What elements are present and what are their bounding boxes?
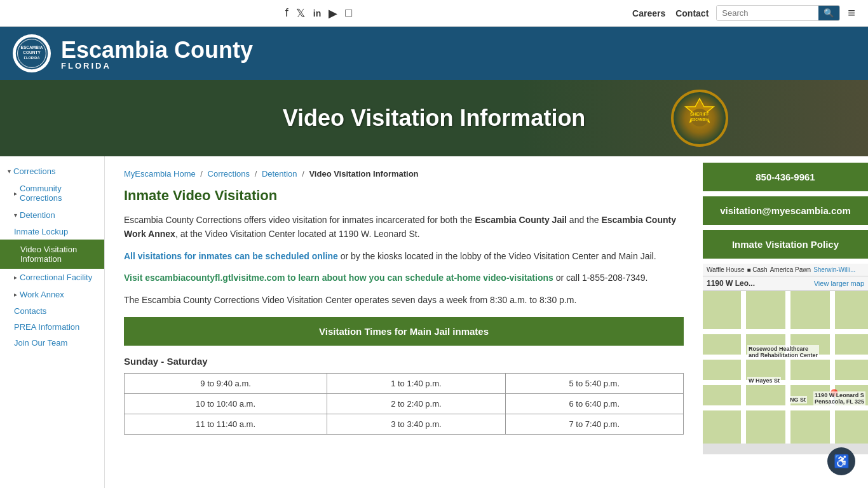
table-cell: 9 to 9:40 a.m. <box>125 373 327 393</box>
content-area: MyEscambia Home / Corrections / Detentio… <box>105 156 703 488</box>
breadcrumb-sep-3: / <box>302 169 306 179</box>
sidebar-item-join-our-team[interactable]: Join Our Team <box>0 335 104 351</box>
sidebar-item-inmate-lockup[interactable]: Inmate Lockup <box>0 224 104 240</box>
map-pin-label: 1190 W Leonard SPensacola, FL 325 <box>813 391 865 405</box>
table-cell: 2 to 2:40 p.m. <box>327 393 505 414</box>
page-title: Inmate Video Visitation <box>124 187 684 204</box>
main-header: ESCAMBIA COUNTY FLORIDA Escambia County … <box>0 27 868 80</box>
schedule-paragraph: All visitations for inmates can be sched… <box>124 249 684 263</box>
sidebar-item-contacts[interactable]: Contacts <box>0 303 104 319</box>
sidebar-item-prea[interactable]: PREA Information <box>0 319 104 335</box>
facebook-icon[interactable]: f <box>285 6 288 20</box>
map-container[interactable]: Waffle House ■ Cash America Pawn Sherwin… <box>703 264 868 454</box>
social-icons: f 𝕏 in ▶ □ <box>285 6 352 20</box>
sidebar-work-annex-label: Work Annex <box>20 290 64 299</box>
breadcrumb-sep-2: / <box>255 169 259 179</box>
top-links: Careers Contact <box>632 8 709 18</box>
contact-link[interactable]: Contact <box>675 8 709 18</box>
para1-start: Escambia County Corrections offers video… <box>124 215 475 225</box>
table-cell: 6 to 6:40 p.m. <box>505 393 683 414</box>
twitter-icon[interactable]: 𝕏 <box>296 6 306 20</box>
breadcrumb-corrections[interactable]: Corrections <box>208 169 250 179</box>
accessibility-button[interactable]: ♿ <box>827 447 855 475</box>
map-label-ng-st: NG St <box>789 396 807 403</box>
nearby-pawn: America Pawn <box>770 266 811 273</box>
youtube-icon[interactable]: ▶ <box>329 6 337 20</box>
sidebar-item-community-corrections[interactable]: ▸ Community Corrections <box>0 180 104 207</box>
table-cell: 10 to 10:40 a.m. <box>125 393 327 414</box>
sidebar-item-detention[interactable]: ▾ Detention <box>0 207 104 224</box>
email-button[interactable]: visitation@myescambia.com <box>703 196 868 225</box>
para1-end: , at the Video Visitation Center located… <box>175 229 420 239</box>
map-label-hayes: W Hayes St <box>747 377 781 384</box>
svg-text:ESCAMBIA: ESCAMBIA <box>691 118 709 121</box>
visitation-times-button[interactable]: Visitation Times for Main Jail inmates <box>124 317 684 346</box>
breadcrumb: MyEscambia Home / Corrections / Detentio… <box>124 169 684 179</box>
visit-site-link[interactable]: Visit escambiacountyfl.gtlvisitme.com to… <box>124 273 553 283</box>
map-label-healthcare: Rosewood Healthcareand Rehabilitation Ce… <box>747 345 819 359</box>
hero-banner: Video Visitation Information SHERIFF ESC… <box>0 80 868 156</box>
correctional-facility-arrow: ▸ <box>14 274 17 281</box>
badge-content: SHERIFF ESCAMBIA <box>677 95 722 141</box>
sidebar-community-corrections-label: Community Corrections <box>20 184 97 203</box>
table-row: 10 to 10:40 a.m.2 to 2:40 p.m.6 to 6:40 … <box>125 393 684 414</box>
svg-text:FLORIDA: FLORIDA <box>24 56 40 60</box>
right-sidebar: 850-436-9961 visitation@myescambia.com I… <box>703 156 868 488</box>
sidebar-item-work-annex[interactable]: ▸ Work Annex <box>0 286 104 303</box>
sidebar-detention-label: Detention <box>20 210 55 220</box>
linkedin-icon[interactable]: in <box>313 8 321 18</box>
map-road-v3 <box>830 291 835 444</box>
sidebar-video-visitation-label: Video Visitation Information <box>20 245 97 264</box>
map-top-bar: Waffle House ■ Cash America Pawn Sherwin… <box>703 264 868 276</box>
table-row: 9 to 9:40 a.m.1 to 1:40 p.m.5 to 5:40 p.… <box>125 373 684 393</box>
breadcrumb-detention[interactable]: Detention <box>262 169 297 179</box>
map-image[interactable]: Rosewood Healthcareand Rehabilitation Ce… <box>703 291 868 444</box>
table-cell: 5 to 5:40 p.m. <box>505 373 683 393</box>
table-cell: 11 to 11:40 a.m. <box>125 414 327 434</box>
svg-text:SHERIFF: SHERIFF <box>690 112 710 116</box>
detention-arrow: ▾ <box>14 212 17 219</box>
search-bar[interactable]: 🔍 <box>716 5 840 21</box>
sidebar-item-correctional-facility[interactable]: ▸ Correctional Facility <box>0 269 104 286</box>
sidebar-item-video-visitation[interactable]: Video Visitation Information <box>0 240 104 269</box>
table-cell: 7 to 7:40 p.m. <box>505 414 683 434</box>
schedule-link[interactable]: All visitations for inmates can be sched… <box>124 251 338 261</box>
nearby-sherwin: Sherwin-Willi... <box>813 266 855 273</box>
phone-button[interactable]: 850-436-9961 <box>703 163 868 191</box>
policy-button[interactable]: Inmate Visitation Policy <box>703 230 868 259</box>
county-name: Escambia County <box>61 37 253 64</box>
hours-text: The Escambia County Corrections Video Vi… <box>124 293 684 307</box>
view-larger-map-link[interactable]: View larger map <box>814 280 864 287</box>
map-address-bar: 1190 W Leo... View larger map <box>703 276 868 291</box>
map-address-text: 1190 W Leo... <box>707 279 755 288</box>
table-cell: 3 to 3:40 p.m. <box>327 414 505 434</box>
sidebar-corrections-label: Corrections <box>13 166 55 176</box>
breadcrumb-home[interactable]: MyEscambia Home <box>124 169 196 179</box>
intro-paragraph: Escambia County Corrections offers video… <box>124 213 684 241</box>
table-cell: 1 to 1:40 p.m. <box>327 373 505 393</box>
sidebar-correctional-facility-label: Correctional Facility <box>20 273 92 282</box>
hamburger-menu[interactable]: ≡ <box>848 6 855 20</box>
sidebar-item-corrections[interactable]: ▾ Corrections <box>0 163 104 180</box>
top-bar: f 𝕏 in ▶ □ Careers Contact 🔍 ≡ <box>0 0 868 27</box>
visitation-times-table: 9 to 9:40 a.m.1 to 1:40 p.m.5 to 5:40 p.… <box>124 373 684 435</box>
search-input[interactable] <box>717 6 818 20</box>
corrections-arrow: ▾ <box>8 168 11 175</box>
schedule-rest: or by the kiosks located in the lobby of… <box>341 251 656 261</box>
breadcrumb-current: Video Visitation Information <box>309 169 418 179</box>
schedule-days-label: Sunday - Saturday <box>124 356 684 367</box>
map-nearby-labels: Waffle House ■ Cash America Pawn Sherwin… <box>707 266 864 273</box>
work-annex-arrow: ▸ <box>14 291 17 298</box>
hero-title: Video Visitation Information <box>283 105 586 132</box>
hero-badge: SHERIFF ESCAMBIA <box>671 90 728 147</box>
visit-rest: or call 1-855-208-7349. <box>556 273 648 283</box>
map-road-v1 <box>741 291 746 444</box>
search-button[interactable]: 🔍 <box>818 6 839 20</box>
careers-link[interactable]: Careers <box>632 8 665 18</box>
svg-text:ESCAMBIA: ESCAMBIA <box>21 45 43 50</box>
para1-mid: and the <box>567 215 602 225</box>
breadcrumb-sep-1: / <box>200 169 205 179</box>
visit-paragraph: Visit escambiacountyfl.gtlvisitme.com to… <box>124 271 684 285</box>
nearby-waffle: Waffle House <box>707 266 744 273</box>
instagram-icon[interactable]: □ <box>345 6 352 20</box>
